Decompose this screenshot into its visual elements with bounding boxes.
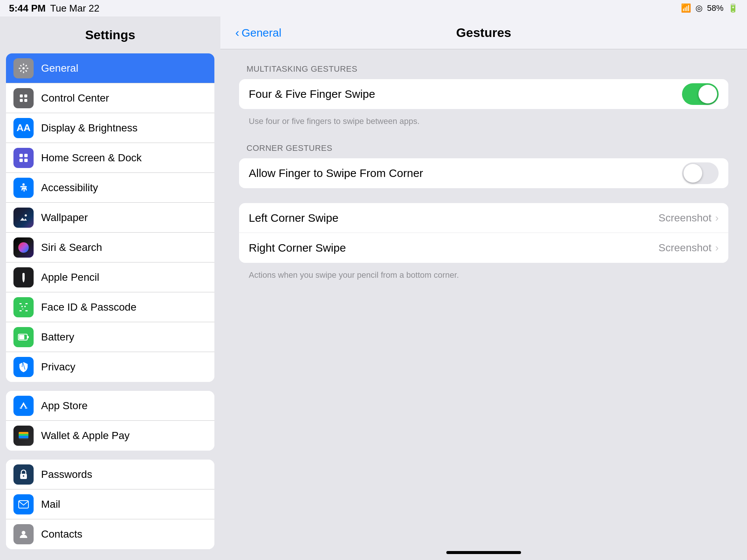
svg-point-18 xyxy=(24,306,26,307)
toggle-knob-2 xyxy=(684,164,702,183)
general-label: General xyxy=(41,62,78,74)
battery-label: Battery xyxy=(41,331,74,343)
svg-rect-3 xyxy=(20,99,23,102)
back-button[interactable]: ‹ General xyxy=(235,26,281,40)
allow-finger-row: Allow Finger to Swipe From Corner xyxy=(239,158,728,188)
sidebar: Settings General xyxy=(0,16,220,560)
toggle-knob xyxy=(698,85,717,103)
multitasking-section-label: MULTITASKING GESTURES xyxy=(247,64,728,74)
siri-label: Siri & Search xyxy=(41,242,102,253)
battery-level: 58% xyxy=(707,3,723,13)
svg-rect-16 xyxy=(25,310,28,311)
mail-icon xyxy=(13,494,34,514)
content-body: MULTITASKING GESTURES Four & Five Finger… xyxy=(220,49,747,301)
four-five-finger-toggle[interactable] xyxy=(682,83,719,105)
home-screen-icon xyxy=(13,148,34,168)
privacy-label: Privacy xyxy=(41,361,75,373)
main-layout: Settings General xyxy=(0,16,747,560)
sidebar-item-accessibility[interactable]: Accessibility xyxy=(6,173,214,203)
multitasking-card: Four & Five Finger Swipe xyxy=(239,79,728,109)
right-corner-swipe-row[interactable]: Right Corner Swipe Screenshot › xyxy=(239,233,728,263)
four-five-finger-row: Four & Five Finger Swipe xyxy=(239,79,728,109)
corner-section-label: CORNER GESTURES xyxy=(247,143,728,153)
settings-group-3: Passwords Mail Contact xyxy=(6,460,214,549)
contacts-icon xyxy=(13,524,34,544)
page-title: Gestures xyxy=(456,25,511,40)
sidebar-item-wallet[interactable]: Wallet & Apple Pay xyxy=(6,421,214,451)
svg-rect-14 xyxy=(25,303,28,304)
contacts-label: Contacts xyxy=(41,528,83,540)
accessibility-label: Accessibility xyxy=(41,182,98,194)
sidebar-item-passwords[interactable]: Passwords xyxy=(6,460,214,489)
sidebar-item-display[interactable]: AA Display & Brightness xyxy=(6,113,214,143)
svg-point-27 xyxy=(23,475,24,477)
sidebar-item-privacy[interactable]: Privacy xyxy=(6,352,214,382)
svg-point-29 xyxy=(22,531,25,535)
location-icon: ◎ xyxy=(695,3,703,13)
svg-point-9 xyxy=(22,183,25,186)
content-header: ‹ General Gestures xyxy=(220,16,747,49)
corner-swipe-hint: Actions when you swipe your pencil from … xyxy=(239,267,728,286)
sidebar-item-mail[interactable]: Mail xyxy=(6,489,214,519)
svg-point-0 xyxy=(22,67,25,69)
svg-rect-7 xyxy=(19,159,23,162)
status-icons: 📶 ◎ 58% 🔋 xyxy=(681,3,738,13)
home-screen-label: Home Screen & Dock xyxy=(41,152,142,164)
right-corner-swipe-label: Right Corner Swipe xyxy=(249,242,658,254)
wallpaper-label: Wallpaper xyxy=(41,212,88,224)
settings-group-1: General Control Center AA Display xyxy=(6,53,214,382)
passwords-label: Passwords xyxy=(41,469,92,480)
face-id-icon xyxy=(13,297,34,317)
content-area: ‹ General Gestures MULTITASKING GESTURES… xyxy=(220,16,747,560)
corner-gestures-card: Allow Finger to Swipe From Corner xyxy=(239,158,728,188)
svg-rect-25 xyxy=(19,436,28,438)
display-label: Display & Brightness xyxy=(41,122,137,134)
svg-rect-6 xyxy=(24,154,28,157)
sidebar-item-home-screen[interactable]: Home Screen & Dock xyxy=(6,143,214,173)
status-bar: 5:44 PM Tue Mar 22 📶 ◎ 58% 🔋 xyxy=(0,0,747,16)
passwords-icon xyxy=(13,464,34,485)
sidebar-item-app-store[interactable]: App Store xyxy=(6,391,214,421)
sidebar-item-battery[interactable]: Battery xyxy=(6,322,214,352)
svg-rect-13 xyxy=(19,303,22,304)
multitasking-hint: Use four or five fingers to swipe betwee… xyxy=(239,113,728,132)
four-five-finger-label: Four & Five Finger Swipe xyxy=(249,88,682,100)
svg-rect-1 xyxy=(20,94,23,97)
svg-point-10 xyxy=(25,214,27,217)
back-label: General xyxy=(242,27,282,39)
right-corner-chevron-icon: › xyxy=(715,242,719,254)
svg-rect-21 xyxy=(27,336,29,338)
sidebar-item-apple-pencil[interactable]: Apple Pencil xyxy=(6,262,214,292)
back-chevron-icon: ‹ xyxy=(235,26,239,40)
status-date: Tue Mar 22 xyxy=(50,3,99,14)
mail-label: Mail xyxy=(41,498,60,510)
apple-pencil-label: Apple Pencil xyxy=(41,271,99,283)
wallpaper-icon xyxy=(13,208,34,228)
sidebar-item-control-center[interactable]: Control Center xyxy=(6,83,214,113)
app-store-label: App Store xyxy=(41,400,88,412)
siri-icon xyxy=(13,237,34,258)
svg-rect-5 xyxy=(19,154,23,157)
battery-icon: 🔋 xyxy=(728,3,738,13)
general-icon xyxy=(13,58,34,78)
app-store-icon xyxy=(13,396,34,416)
sidebar-item-contacts[interactable]: Contacts xyxy=(6,519,214,549)
left-corner-chevron-icon: › xyxy=(715,212,719,224)
allow-finger-toggle[interactable] xyxy=(682,162,719,184)
content-wrapper: ‹ General Gestures MULTITASKING GESTURES… xyxy=(220,16,747,560)
sidebar-item-siri[interactable]: Siri & Search xyxy=(6,233,214,262)
wallet-icon xyxy=(13,426,34,446)
svg-rect-15 xyxy=(19,310,22,311)
home-indicator xyxy=(446,551,521,554)
left-corner-swipe-row[interactable]: Left Corner Swipe Screenshot › xyxy=(239,203,728,233)
svg-rect-4 xyxy=(24,99,27,102)
sidebar-item-face-id[interactable]: Face ID & Passcode xyxy=(6,292,214,322)
left-corner-swipe-label: Left Corner Swipe xyxy=(249,212,658,224)
privacy-icon xyxy=(13,357,34,377)
svg-rect-8 xyxy=(24,159,28,162)
left-corner-swipe-value: Screenshot xyxy=(658,212,712,224)
sidebar-item-general[interactable]: General xyxy=(6,53,214,83)
battery-icon xyxy=(13,327,34,347)
control-center-label: Control Center xyxy=(41,92,109,104)
sidebar-item-wallpaper[interactable]: Wallpaper xyxy=(6,203,214,233)
